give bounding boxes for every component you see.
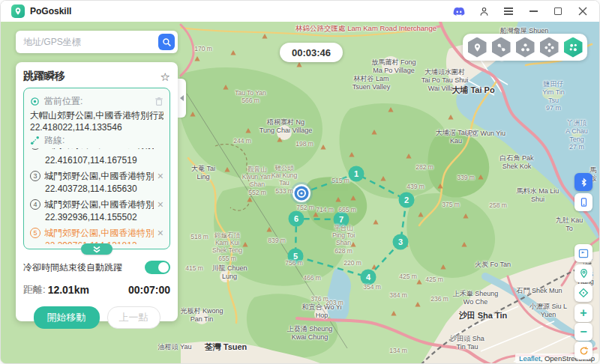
trash-icon[interactable] bbox=[154, 97, 164, 106]
svg-text:1: 1 bbox=[354, 169, 358, 178]
bluetooth-button[interactable] bbox=[574, 173, 592, 191]
multi-spot-route-icon[interactable] bbox=[516, 37, 535, 58]
joystick-mode-icon[interactable] bbox=[540, 37, 559, 58]
jump-teleport-mode-icon[interactable] bbox=[564, 37, 583, 58]
remove-point-icon[interactable]: × bbox=[158, 228, 164, 238]
distance-value: 12.01km bbox=[48, 284, 89, 296]
route-waypoint-2[interactable]: 2 bbox=[399, 192, 415, 208]
start-move-button[interactable]: 開始移動 bbox=[34, 306, 100, 329]
cooldown-auto-jump-label: 冷卻時間結束後自動跳躍 bbox=[23, 261, 122, 274]
route-point-name: 城門郊野公園,中國香港特別行... bbox=[44, 227, 154, 240]
discord-icon[interactable] bbox=[453, 5, 465, 17]
route-label: 路線: bbox=[44, 134, 64, 147]
location-pin-icon bbox=[579, 268, 589, 279]
current-location-name: 大帽山郊野公園,中國香港特別行政區新界... bbox=[30, 109, 164, 121]
route-waypoint-5[interactable]: 5 bbox=[288, 249, 304, 264]
maximize-icon[interactable] bbox=[552, 5, 564, 17]
route-point-item[interactable]: 3 城門郊野公園,中國香港特別行... × 22.403728,114.1656… bbox=[30, 169, 164, 195]
minus-icon: − bbox=[580, 326, 586, 338]
previous-point-button[interactable]: 上一點 bbox=[107, 306, 160, 329]
svg-text:4: 4 bbox=[366, 273, 371, 282]
svg-text:5: 5 bbox=[293, 252, 298, 261]
svg-text:2: 2 bbox=[404, 195, 409, 204]
route-waypoint-3[interactable]: 3 bbox=[393, 234, 409, 250]
double-chevron-down-icon bbox=[92, 246, 101, 253]
two-spot-route-icon[interactable] bbox=[492, 37, 511, 58]
app-window: PoGoskill bbox=[0, 0, 600, 364]
navigate-diamond-icon bbox=[578, 288, 589, 298]
jump-teleport-panel: 跳躍瞬移 ☆ 當前位置: 大帽山郊野公園,中國香港特別行政區新界... 22.4… bbox=[16, 62, 178, 321]
user-icon[interactable] bbox=[478, 5, 490, 17]
svg-text:7: 7 bbox=[339, 215, 344, 224]
route-point-item[interactable]: 5 城門郊野公園,中國香港特別行... × 22.399761,114.1318… bbox=[30, 226, 164, 244]
app-logo-icon bbox=[11, 4, 25, 18]
route-point-index: 2 bbox=[30, 148, 40, 150]
route-point-coords: 22.392936,114.155502 bbox=[45, 211, 164, 224]
route-point-name: 城門郊野公園,中國香港特別行... bbox=[44, 170, 154, 183]
remove-point-icon[interactable]: × bbox=[158, 199, 164, 210]
expand-route-button[interactable] bbox=[81, 243, 112, 255]
flag-frame-icon bbox=[578, 249, 589, 258]
remove-point-icon[interactable]: × bbox=[158, 148, 164, 150]
route-waypoint-4[interactable]: 4 bbox=[361, 270, 376, 285]
chevron-left-icon bbox=[180, 95, 184, 101]
app-title: PoGoskill bbox=[30, 6, 71, 16]
duration-value: 00:07:00 bbox=[128, 284, 170, 296]
brand: PoGoskill bbox=[11, 4, 71, 18]
current-location-coords: 22.418022,114.133546 bbox=[30, 121, 164, 133]
leaflet-link[interactable]: Leaflet bbox=[519, 354, 541, 363]
route-list: 2 城門郊野公園,中國香港特別行... × 22.416107,114.1675… bbox=[30, 148, 164, 244]
smartphone-icon bbox=[579, 197, 589, 207]
titlebar-controls bbox=[453, 5, 589, 17]
search-bar bbox=[16, 31, 178, 53]
zoom-in-button[interactable]: + bbox=[574, 304, 592, 322]
distance-label: 距離: bbox=[23, 283, 46, 297]
search-input[interactable] bbox=[23, 37, 158, 47]
search-button[interactable] bbox=[158, 34, 175, 50]
screenshot-button[interactable] bbox=[574, 244, 592, 262]
menu-icon[interactable] bbox=[502, 5, 514, 17]
route-point-coords: 22.416107,114.167519 bbox=[45, 154, 164, 167]
current-position-marker[interactable] bbox=[290, 182, 313, 204]
route-point-item[interactable]: 2 城門郊野公園,中國香港特別行... × 22.416107,114.1675… bbox=[30, 148, 164, 167]
current-location-label: 當前位置: bbox=[44, 95, 82, 108]
route-point-index: 5 bbox=[30, 228, 40, 238]
titlebar: PoGoskill bbox=[1, 1, 599, 22]
minimize-icon[interactable] bbox=[527, 5, 539, 17]
favorite-star-icon[interactable]: ☆ bbox=[160, 71, 170, 82]
zoom-out-button[interactable]: − bbox=[574, 323, 592, 341]
route-waypoint-6[interactable]: 6 bbox=[289, 211, 304, 227]
map[interactable]: 1234567 林錦公路交匯處 Lam Kam Road Interchange… bbox=[1, 22, 600, 364]
route-point-item[interactable]: 4 城門郊野公園,中國香港特別行... × 22.392936,114.1555… bbox=[30, 198, 164, 224]
refresh-icon bbox=[579, 346, 589, 356]
route-point-name: 城門郊野公園,中國香港特別行... bbox=[44, 148, 154, 151]
route-point-coords: 22.403728,114.165630 bbox=[45, 183, 164, 195]
mode-toolbar bbox=[463, 34, 587, 61]
teleport-mode-icon[interactable] bbox=[468, 37, 487, 58]
navigate-button[interactable] bbox=[574, 284, 592, 302]
plus-icon: + bbox=[580, 307, 586, 319]
remove-point-icon[interactable]: × bbox=[158, 171, 164, 181]
reset-button[interactable] bbox=[574, 342, 592, 360]
route-point-name: 城門郊野公園,中國香港特別行... bbox=[44, 198, 154, 211]
panel-collapse-handle[interactable] bbox=[178, 79, 186, 118]
cooldown-timer: 00:03:46 bbox=[280, 43, 343, 62]
route-point-index: 4 bbox=[30, 199, 40, 210]
route-waypoint-7[interactable]: 7 bbox=[334, 212, 350, 228]
route-icon bbox=[30, 136, 40, 145]
panel-title: 跳躍瞬移 bbox=[23, 70, 65, 83]
svg-text:6: 6 bbox=[294, 214, 298, 223]
my-location-button[interactable] bbox=[574, 264, 592, 282]
cooldown-toggle[interactable] bbox=[145, 261, 170, 274]
device-button[interactable] bbox=[574, 193, 592, 211]
current-location-icon bbox=[30, 97, 40, 106]
route-box: 當前位置: 大帽山郊野公園,中國香港特別行政區新界... 22.418022,1… bbox=[23, 88, 170, 249]
close-icon[interactable] bbox=[577, 5, 589, 17]
route-waypoint-1[interactable]: 1 bbox=[349, 166, 364, 182]
route-point-index: 3 bbox=[30, 171, 40, 181]
svg-text:3: 3 bbox=[398, 237, 403, 246]
bluetooth-icon bbox=[579, 178, 589, 187]
